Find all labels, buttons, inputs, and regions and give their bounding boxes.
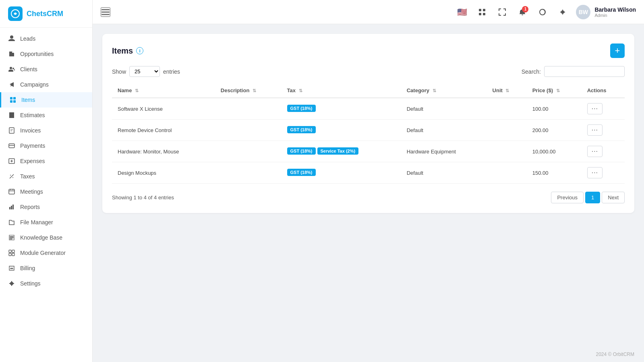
info-icon[interactable]: i <box>136 47 143 54</box>
invoices-icon <box>8 127 15 134</box>
sidebar-item-reports[interactable]: Reports <box>0 199 92 215</box>
search-input[interactable] <box>544 66 625 77</box>
clients-icon <box>8 66 15 73</box>
grid-icon <box>478 8 486 16</box>
svg-rect-1 <box>10 97 12 99</box>
topbar: 🇺🇸 1 BW <box>93 0 644 24</box>
showing-text: Showing 1 to 4 of 4 entries <box>112 194 174 201</box>
sidebar-item-module-generator[interactable]: Module Generator <box>0 245 92 261</box>
sort-price-icon[interactable]: ⇅ <box>556 88 560 93</box>
sidebar-item-label-file-manager: File Manager <box>20 219 53 225</box>
cell-tax: GST (18%) <box>282 98 401 120</box>
cell-name: Hardware: Monitor, Mouse <box>112 141 215 162</box>
svg-rect-16 <box>479 9 481 11</box>
row-actions-button[interactable]: ··· <box>587 146 603 157</box>
previous-button[interactable]: Previous <box>551 192 584 203</box>
sidebar-item-estimates[interactable]: Estimates <box>0 108 92 123</box>
cell-actions: ··· <box>582 120 625 141</box>
page-title-row: Items i <box>112 46 143 56</box>
sidebar-item-label-leads: Leads <box>20 35 35 42</box>
sidebar-item-taxes[interactable]: Taxes <box>0 169 92 184</box>
notification-count: 1 <box>522 6 528 12</box>
next-button[interactable]: Next <box>602 192 625 203</box>
row-actions-button[interactable]: ··· <box>587 167 603 178</box>
sidebar-item-opportunities[interactable]: Opportunities <box>0 46 92 62</box>
dark-mode-button[interactable] <box>536 5 549 19</box>
svg-rect-8 <box>9 189 14 194</box>
row-actions-button[interactable]: ··· <box>587 103 603 114</box>
sort-unit-icon[interactable]: ⇅ <box>505 88 509 93</box>
sidebar-item-file-manager[interactable]: File Manager <box>0 215 92 230</box>
sort-name-icon[interactable]: ⇅ <box>135 88 139 93</box>
sidebar-item-knowledge-base[interactable]: Knowledge Base <box>0 230 92 245</box>
page-1-button[interactable]: 1 <box>585 192 600 203</box>
sort-cat-icon[interactable]: ⇅ <box>433 88 436 93</box>
fullscreen-icon <box>499 8 506 16</box>
col-unit: Unit ⇅ <box>487 83 527 98</box>
sort-tax-icon[interactable]: ⇅ <box>299 88 302 93</box>
table-controls: Show 25 10 50 100 entries Search: <box>112 66 625 77</box>
col-tax: Tax ⇅ <box>282 83 401 98</box>
sidebar-item-label-reports: Reports <box>20 204 40 210</box>
user-name: Barbara Wilson <box>594 6 636 13</box>
notifications-button[interactable]: 1 <box>516 5 529 19</box>
user-profile[interactable]: BW Barbara Wilson Admin <box>576 5 636 19</box>
col-category: Category ⇅ <box>401 83 487 98</box>
table-row: Software X LicenseGST (18%)Default100.00… <box>112 98 625 120</box>
sidebar-item-clients[interactable]: Clients <box>0 62 92 77</box>
sidebar-item-label-campaigns: Campaigns <box>20 81 49 88</box>
svg-rect-4 <box>13 100 16 103</box>
grid-button[interactable] <box>475 5 489 19</box>
sidebar-item-items[interactable]: Items <box>0 92 92 108</box>
sidebar-item-leads[interactable]: Leads <box>0 31 92 46</box>
cell-description <box>215 120 282 141</box>
logo-text: ChetsCRM <box>27 10 63 18</box>
add-item-button[interactable]: + <box>610 43 625 58</box>
sidebar-item-settings[interactable]: Settings <box>0 276 92 291</box>
knowledge-base-icon <box>8 234 15 241</box>
hamburger-button[interactable] <box>101 7 110 17</box>
svg-rect-12 <box>12 253 14 256</box>
cell-category: Hardware Equipment <box>401 141 487 162</box>
sidebar-item-label-clients: Clients <box>20 66 37 72</box>
sidebar-item-label-expenses: Expenses <box>20 158 45 164</box>
svg-rect-11 <box>9 253 11 256</box>
svg-rect-10 <box>12 250 14 252</box>
table-row: Hardware: Monitor, MouseGST (18%)Service… <box>112 141 625 162</box>
sidebar-item-meetings[interactable]: Meetings <box>0 184 92 199</box>
sidebar-item-invoices[interactable]: Invoices <box>0 123 92 138</box>
sidebar-item-campaigns[interactable]: Campaigns <box>0 77 92 92</box>
fullscreen-button[interactable] <box>495 5 509 19</box>
sidebar-item-label-meetings: Meetings <box>20 188 43 195</box>
opportunities-icon <box>8 50 15 58</box>
svg-rect-19 <box>483 13 485 15</box>
avatar: BW <box>576 5 590 19</box>
cell-actions: ··· <box>582 162 625 184</box>
svg-rect-15 <box>101 14 110 15</box>
svg-rect-9 <box>9 250 11 252</box>
sidebar-item-label-items: Items <box>21 97 35 103</box>
cell-category: Default <box>401 98 487 120</box>
sidebar-item-label-settings: Settings <box>20 280 41 287</box>
flag-button[interactable]: 🇺🇸 <box>455 5 469 19</box>
row-actions-button[interactable]: ··· <box>587 124 603 136</box>
sort-desc-icon[interactable]: ⇅ <box>253 88 256 93</box>
sidebar-item-expenses[interactable]: Expenses <box>0 153 92 169</box>
cell-category: Default <box>401 162 487 184</box>
entries-select[interactable]: 25 10 50 100 <box>129 66 160 77</box>
sidebar: ChetsCRM Leads Opportunities <box>0 0 93 362</box>
expenses-icon <box>8 157 15 165</box>
cell-unit <box>487 162 527 184</box>
file-manager-icon <box>8 219 15 226</box>
sidebar-item-payments[interactable]: Payments <box>0 138 92 153</box>
sidebar-item-label-invoices: Invoices <box>20 127 41 134</box>
reports-icon <box>8 203 15 211</box>
settings-button[interactable] <box>556 5 569 19</box>
add-icon: + <box>615 46 620 55</box>
tax-badge: GST (18%) <box>287 169 316 176</box>
settings-icon <box>8 280 15 287</box>
page-header: Items i + <box>112 43 625 58</box>
billing-icon <box>8 265 15 272</box>
sidebar-item-billing[interactable]: Billing <box>0 261 92 276</box>
cell-unit <box>487 141 527 162</box>
